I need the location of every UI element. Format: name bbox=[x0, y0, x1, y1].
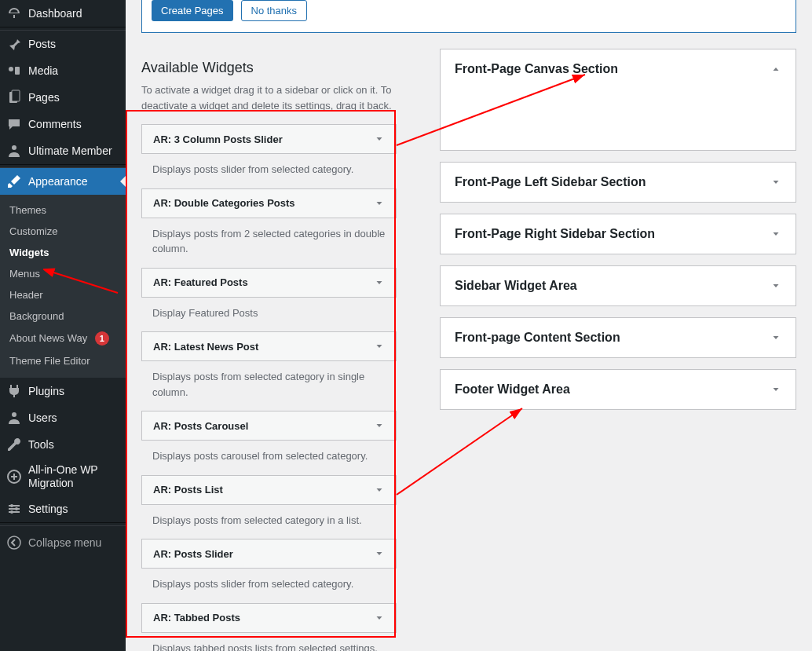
svg-point-4 bbox=[12, 145, 16, 150]
sidebar-item-label: Dashboard bbox=[28, 7, 82, 20]
submenu-label: About News Way bbox=[9, 332, 87, 344]
submenu-item-theme-file-editor[interactable]: Theme File Editor bbox=[0, 350, 126, 371]
widgets-columns: Available Widgets To activate a widget d… bbox=[141, 49, 796, 651]
submenu-item-themes[interactable]: Themes bbox=[0, 199, 126, 221]
sidebar-item-label: Ultimate Member bbox=[28, 144, 112, 157]
content-area: Create Pages No thanks Available Widgets… bbox=[126, 0, 812, 651]
chevron-down-icon bbox=[374, 133, 385, 144]
widget-item[interactable]: AR: Posts Carousel bbox=[141, 411, 397, 441]
widget-item[interactable]: AR: Posts List bbox=[141, 475, 397, 505]
widget-area-header[interactable]: Footer Widget Area bbox=[441, 370, 796, 409]
widget-area-title: Front-Page Right Sidebar Section bbox=[455, 227, 655, 241]
widget-item[interactable]: AR: Double Categories Posts bbox=[141, 188, 397, 218]
submenu-label: Header bbox=[9, 289, 43, 301]
widget-area-header[interactable]: Front-Page Canvas Section bbox=[441, 49, 796, 89]
widget-area-header[interactable]: Front-page Content Section bbox=[441, 318, 796, 357]
chevron-down-icon bbox=[374, 485, 385, 496]
sidebar-item-plugins[interactable]: Plugins bbox=[0, 378, 126, 404]
sidebar-item-ultimate-member[interactable]: Ultimate Member bbox=[0, 137, 126, 164]
widget-area-header[interactable]: Front-Page Left Sidebar Section bbox=[441, 163, 796, 202]
sidebar-item-users[interactable]: Users bbox=[0, 404, 126, 431]
svg-point-5 bbox=[12, 412, 16, 417]
widget-desc: Displays posts carousel from selected ca… bbox=[141, 441, 397, 475]
svg-point-10 bbox=[10, 504, 13, 507]
dismiss-button[interactable]: No thanks bbox=[241, 0, 308, 21]
sidebar-item-label: Appearance bbox=[28, 175, 88, 188]
widget-desc: Display Featured Posts bbox=[141, 298, 397, 332]
user-icon bbox=[6, 143, 22, 159]
widget-area-title: Front-Page Left Sidebar Section bbox=[455, 175, 646, 189]
widget-desc: Displays posts from selected category in… bbox=[141, 505, 397, 539]
dashboard-icon bbox=[6, 5, 22, 21]
widget-item[interactable]: AR: Tabbed Posts bbox=[141, 603, 397, 633]
sidebar-item-dashboard[interactable]: Dashboard bbox=[0, 0, 126, 27]
svg-point-13 bbox=[8, 536, 20, 549]
widget-name: AR: Featured Posts bbox=[153, 276, 248, 288]
widget-name: AR: Posts List bbox=[153, 484, 223, 496]
chevron-down-icon bbox=[374, 548, 385, 559]
sidebar-item-label: Pages bbox=[28, 91, 60, 104]
widget-item[interactable]: AR: Latest News Post bbox=[141, 331, 397, 361]
sidebar-item-appearance[interactable]: Appearance bbox=[0, 168, 126, 195]
widget-areas-column: Front-Page Canvas SectionFront-Page Left… bbox=[440, 49, 796, 651]
available-widgets-column: Available Widgets To activate a widget d… bbox=[141, 49, 412, 651]
widget-area: Front-Page Right Sidebar Section bbox=[440, 214, 796, 254]
chevron-down-icon bbox=[374, 277, 385, 288]
brush-icon bbox=[6, 174, 22, 189]
widget-name: AR: Posts Slider bbox=[153, 548, 233, 560]
widget-item[interactable]: AR: Featured Posts bbox=[141, 268, 397, 298]
svg-point-11 bbox=[15, 507, 18, 510]
widget-area-header[interactable]: Front-Page Right Sidebar Section bbox=[441, 214, 796, 254]
chevron-down-icon bbox=[770, 384, 781, 395]
sidebar-collapse-menu[interactable]: Collapse menu bbox=[0, 529, 126, 556]
widget-desc: Displays posts from 2 selected categorie… bbox=[141, 218, 397, 268]
chevron-up-icon bbox=[770, 64, 781, 75]
chevron-down-icon bbox=[374, 613, 385, 624]
sidebar-item-media[interactable]: Media bbox=[0, 57, 126, 84]
chevron-down-icon bbox=[770, 332, 781, 343]
submenu-item-header[interactable]: Header bbox=[0, 284, 126, 305]
sidebar-item-pages[interactable]: Pages bbox=[0, 84, 126, 111]
sidebar-item-label: Tools bbox=[28, 438, 54, 451]
widget-name: AR: 3 Column Posts Slider bbox=[153, 133, 283, 145]
widget-desc: Displays posts from selected category in… bbox=[141, 361, 397, 411]
user-icon bbox=[6, 410, 22, 426]
widget-area-title: Sidebar Widget Area bbox=[455, 279, 577, 293]
widget-area: Front-Page Canvas Section bbox=[440, 49, 796, 151]
sidebar-item-comments[interactable]: Comments bbox=[0, 111, 126, 137]
submenu-item-widgets[interactable]: Widgets bbox=[0, 242, 126, 263]
widget-area-header[interactable]: Sidebar Widget Area bbox=[441, 266, 796, 305]
chevron-down-icon bbox=[770, 229, 781, 240]
widget-name: AR: Latest News Post bbox=[153, 341, 258, 353]
submenu-label: Themes bbox=[9, 204, 46, 216]
sidebar-item-aio-wp-migration[interactable]: All-in-One WP Migration bbox=[0, 458, 126, 496]
update-badge: 1 bbox=[95, 331, 109, 346]
submenu-label: Customize bbox=[9, 225, 57, 237]
widget-item[interactable]: AR: 3 Column Posts Slider bbox=[141, 124, 397, 154]
sidebar-item-posts[interactable]: Posts bbox=[0, 31, 126, 57]
sidebar-item-tools[interactable]: Tools bbox=[0, 431, 126, 458]
widgets-list: AR: 3 Column Posts SliderDisplays posts … bbox=[141, 124, 397, 651]
submenu-item-customize[interactable]: Customize bbox=[0, 221, 126, 242]
admin-sidebar: Dashboard Posts Media Pages Comments Ult… bbox=[0, 0, 126, 651]
submenu-label: Background bbox=[9, 310, 64, 322]
submenu-item-menus[interactable]: Menus bbox=[0, 263, 126, 284]
available-widgets-title: Available Widgets bbox=[141, 60, 412, 76]
widget-area: Sidebar Widget Area bbox=[440, 265, 796, 306]
sidebar-item-settings[interactable]: Settings bbox=[0, 496, 126, 522]
widget-name: AR: Posts Carousel bbox=[153, 420, 248, 432]
widget-desc: Displays posts slider from selected cate… bbox=[141, 569, 397, 603]
sidebar-item-label: Settings bbox=[28, 503, 68, 515]
submenu-item-background[interactable]: Background bbox=[0, 305, 126, 327]
submenu-item-about-news-way[interactable]: About News Way 1 bbox=[0, 327, 126, 350]
menu-separator bbox=[0, 522, 126, 526]
widget-area-title: Front-Page Canvas Section bbox=[455, 62, 618, 76]
submenu-label: Menus bbox=[9, 268, 40, 280]
widget-name: AR: Double Categories Posts bbox=[153, 197, 295, 209]
widget-item[interactable]: AR: Posts Slider bbox=[141, 539, 397, 569]
svg-point-12 bbox=[10, 510, 13, 514]
widget-area-title: Front-page Content Section bbox=[455, 331, 620, 345]
widget-area: Footer Widget Area bbox=[440, 369, 796, 410]
create-pages-button[interactable]: Create Pages bbox=[152, 0, 233, 21]
pages-icon bbox=[6, 90, 22, 105]
